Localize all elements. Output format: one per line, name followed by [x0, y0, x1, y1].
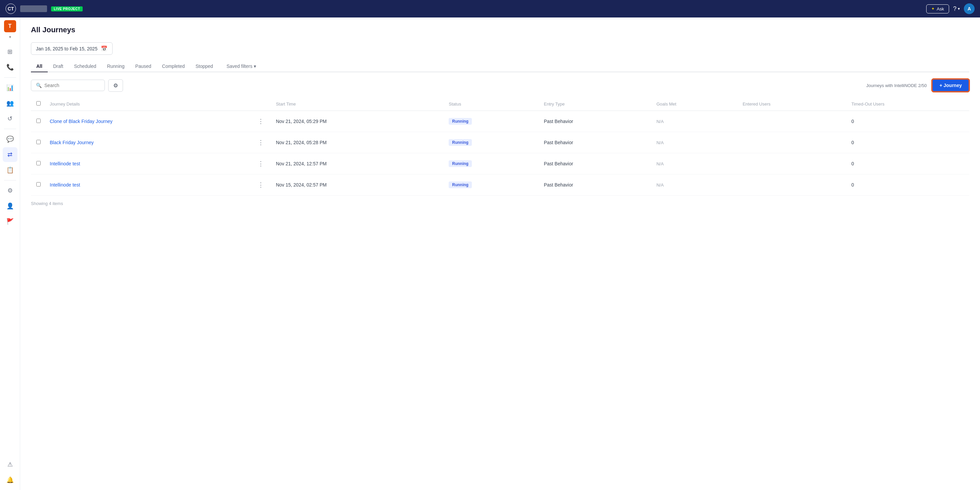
- select-all-checkbox[interactable]: [36, 101, 41, 105]
- add-journey-button[interactable]: + Journey: [932, 79, 969, 92]
- lists-icon: 📋: [6, 166, 14, 174]
- bell-icon: 🔔: [6, 476, 14, 484]
- sidebar-item-settings[interactable]: ⚙: [3, 183, 18, 198]
- settings-icon: ⚙: [7, 187, 13, 194]
- journeys-table: Journey Details Start Time Status Entry …: [31, 97, 969, 196]
- row-checkbox-cell: [31, 174, 45, 196]
- row-options-button[interactable]: ⋮: [256, 180, 265, 190]
- status-badge: Running: [449, 160, 472, 167]
- svg-text:CT: CT: [8, 6, 14, 11]
- row-actions: ⋮: [251, 174, 270, 196]
- journey-name-link[interactable]: Intellinode test: [50, 161, 80, 166]
- row-timed-out-users: 0: [846, 153, 969, 174]
- sidebar-item-dashboard[interactable]: ⊞: [3, 45, 18, 59]
- row-journey-name: Black Friday Journey: [45, 132, 251, 153]
- tab-saved-filters[interactable]: Saved filters ▾: [221, 61, 261, 72]
- sidebar-item-campaigns[interactable]: 📞: [3, 60, 18, 75]
- row-entered-users: [737, 174, 846, 196]
- tab-paused[interactable]: Paused: [130, 61, 157, 72]
- table-footer: Showing 4 items: [31, 196, 969, 212]
- sidebar-nav: ⊞ 📞 📊 👥 ↺ 💬 ⇄ 📋: [0, 45, 20, 229]
- flags-icon: 🚩: [6, 218, 14, 225]
- filter-tabs: All Draft Scheduled Running Paused Compl…: [31, 61, 969, 72]
- sidebar-bottom: ⚠ 🔔: [3, 457, 18, 487]
- tab-scheduled[interactable]: Scheduled: [68, 61, 102, 72]
- row-actions: ⋮: [251, 111, 270, 132]
- row-actions: ⋮: [251, 132, 270, 153]
- row-options-button[interactable]: ⋮: [256, 116, 265, 126]
- nav-left: CT LIVE PROJECT: [5, 3, 83, 14]
- table-body: Clone of Black Friday Journey ⋮ Nov 21, …: [31, 111, 969, 196]
- sidebar-divider-2: [4, 129, 16, 129]
- page-title: All Journeys: [31, 25, 969, 34]
- sidebar-item-events[interactable]: ↺: [3, 111, 18, 126]
- row-start-time: Nov 21, 2024, 12:57 PM: [270, 153, 443, 174]
- row-goals-met: N/A: [651, 153, 737, 174]
- tab-all[interactable]: All: [31, 61, 48, 72]
- sidebar-item-lists[interactable]: 📋: [3, 163, 18, 177]
- sidebar-item-user-management[interactable]: 👤: [3, 199, 18, 213]
- row-status: Running: [443, 132, 538, 153]
- avatar[interactable]: A: [964, 3, 975, 14]
- row-actions: ⋮: [251, 153, 270, 174]
- ask-button[interactable]: ✦ Ask: [926, 4, 949, 13]
- sidebar-item-flags[interactable]: 🚩: [3, 214, 18, 229]
- row-status: Running: [443, 153, 538, 174]
- status-badge: Running: [449, 118, 472, 125]
- chevron-down-icon: ▾: [254, 64, 256, 69]
- tab-completed[interactable]: Completed: [157, 61, 190, 72]
- journeys-icon: ⇄: [7, 151, 13, 158]
- search-box[interactable]: 🔍: [31, 80, 105, 91]
- status-badge: Running: [449, 139, 472, 146]
- header-goals-met: Goals Met: [651, 97, 737, 111]
- row-options-button[interactable]: ⋮: [256, 159, 265, 169]
- row-entry-type: Past Behavior: [538, 111, 651, 132]
- filter-button[interactable]: ⚙: [108, 79, 123, 92]
- live-badge: LIVE PROJECT: [51, 6, 83, 11]
- row-goals-met: N/A: [651, 174, 737, 196]
- question-icon: ?: [953, 5, 956, 13]
- segments-icon: 👥: [6, 99, 14, 107]
- workspace-icon[interactable]: T: [4, 20, 16, 32]
- date-range-button[interactable]: Jan 16, 2025 to Feb 15, 2025 📅: [31, 42, 113, 55]
- sidebar-item-journeys[interactable]: ⇄: [3, 147, 18, 162]
- tab-running[interactable]: Running: [102, 61, 130, 72]
- alert-icon: ⚠: [7, 461, 13, 468]
- header-checkbox-col: [31, 97, 45, 111]
- tab-draft[interactable]: Draft: [48, 61, 68, 72]
- header-actions-col: [251, 97, 270, 111]
- row-checkbox[interactable]: [36, 161, 41, 165]
- sidebar-item-notifications[interactable]: 🔔: [3, 473, 18, 487]
- messages-icon: 💬: [6, 135, 14, 143]
- intelli-node-label: Journeys with IntelliNODE 2/50: [866, 83, 927, 88]
- top-nav: CT LIVE PROJECT ✦ Ask ? ▾ A: [0, 0, 980, 18]
- table-row: Intellinode test ⋮ Nov 15, 2024, 02:57 P…: [31, 174, 969, 196]
- header-entry-type: Entry Type: [538, 97, 651, 111]
- row-checkbox[interactable]: [36, 182, 41, 186]
- events-icon: ↺: [7, 115, 13, 123]
- help-button[interactable]: ? ▾: [953, 5, 960, 13]
- row-checkbox[interactable]: [36, 119, 41, 123]
- row-status: Running: [443, 111, 538, 132]
- row-timed-out-users: 0: [846, 111, 969, 132]
- sidebar-toggle-button[interactable]: ▾: [7, 33, 13, 40]
- row-checkbox-cell: [31, 132, 45, 153]
- search-input[interactable]: [45, 83, 100, 88]
- row-checkbox[interactable]: [36, 140, 41, 144]
- journey-name-link[interactable]: Intellinode test: [50, 182, 80, 188]
- row-options-button[interactable]: ⋮: [256, 137, 265, 148]
- user-management-icon: 👤: [6, 202, 14, 210]
- nav-right: ✦ Ask ? ▾ A: [926, 3, 975, 14]
- sidebar-item-messages[interactable]: 💬: [3, 132, 18, 146]
- sidebar-item-alerts[interactable]: ⚠: [3, 457, 18, 472]
- status-badge: Running: [449, 181, 472, 188]
- journey-name-link[interactable]: Black Friday Journey: [50, 140, 94, 145]
- sidebar-item-analytics[interactable]: 📊: [3, 80, 18, 95]
- journey-name-link[interactable]: Clone of Black Friday Journey: [50, 119, 113, 124]
- sidebar-item-segments[interactable]: 👥: [3, 96, 18, 111]
- row-status: Running: [443, 174, 538, 196]
- row-entry-type: Past Behavior: [538, 132, 651, 153]
- tab-stopped[interactable]: Stopped: [190, 61, 218, 72]
- analytics-icon: 📊: [6, 84, 14, 91]
- showing-items-label: Showing 4 items: [31, 201, 63, 206]
